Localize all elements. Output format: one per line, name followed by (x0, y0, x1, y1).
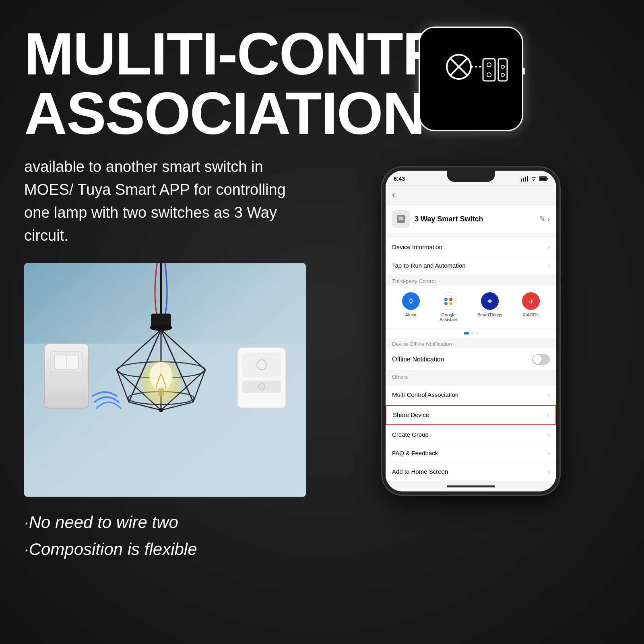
google-label: GoogleAssistant (440, 312, 458, 322)
svg-point-52 (410, 300, 412, 302)
menu-item-device-info[interactable]: Device Information › (386, 238, 556, 256)
svg-rect-43 (523, 178, 524, 182)
menu-item-multi-control[interactable]: Multi-Control Association › (386, 386, 556, 404)
svg-rect-36 (483, 59, 495, 81)
device-icon (392, 210, 410, 228)
back-button[interactable]: ‹ (392, 190, 395, 200)
offline-toggle[interactable] (532, 354, 550, 365)
svg-point-54 (444, 298, 448, 301)
status-time: 6:43 (394, 175, 405, 182)
switch-icon-box (419, 27, 523, 131)
bullet2: ·Composition is flexible (24, 536, 306, 563)
others-menu: Multi-Control Association › Share Device… (386, 386, 556, 481)
bullet1: ·No need to wire two (24, 509, 306, 536)
section-offline: Device Offline Notification (386, 338, 556, 349)
right-column: 6:43 (322, 27, 620, 563)
home-bar-area (386, 481, 556, 491)
alexa-icon (402, 292, 420, 310)
signal-icon (521, 176, 528, 182)
third-party-alexa[interactable]: Alexa (402, 292, 420, 322)
svg-rect-28 (242, 353, 281, 377)
edit-icon[interactable]: ✎ › (539, 215, 550, 223)
svg-rect-29 (242, 381, 281, 393)
lamp-image (24, 263, 306, 497)
svg-point-25 (150, 362, 172, 390)
phone-nav-bar: ‹ (386, 186, 556, 204)
svg-rect-45 (527, 176, 528, 182)
svg-rect-50 (398, 217, 403, 220)
phone-screen: ‹ 3 Way Smart Switch ✎ › (386, 186, 556, 481)
svg-rect-42 (521, 179, 522, 182)
third-party-xiaodu[interactable]: 小 XIAODU (522, 292, 540, 322)
dot-1 (464, 332, 469, 334)
chevron-icon: › (548, 469, 550, 475)
svg-rect-44 (525, 177, 526, 182)
chevron-icon: › (548, 392, 550, 398)
chevron-icon: › (548, 450, 550, 456)
carousel-dots (386, 329, 556, 338)
menu-item-home-screen[interactable]: Add to Home Screen › (386, 462, 556, 481)
smartthings-icon (481, 292, 499, 310)
svg-rect-47 (540, 178, 546, 180)
phone-mockup: 6:43 (382, 167, 559, 495)
offline-label: Offline Notification (392, 356, 444, 363)
offline-toggle-row: Offline Notification (386, 349, 556, 371)
device-header: 3 Way Smart Switch ✎ › (386, 204, 556, 234)
dot-3 (476, 332, 478, 334)
svg-rect-26 (158, 388, 164, 396)
svg-rect-4 (50, 376, 83, 388)
section-third-party: Third-party Control (386, 275, 556, 286)
svg-text:小: 小 (528, 299, 534, 304)
menu-item-share-device[interactable]: Share Device › (386, 405, 556, 425)
menu-item-create-group[interactable]: Create Group › (386, 425, 556, 444)
chevron-icon: › (548, 244, 550, 250)
svg-point-55 (449, 298, 452, 301)
xiaodu-label: XIAODU (522, 312, 539, 317)
status-icons (521, 176, 548, 182)
main-content: MULITI-CONTROL ASSOCIATION available to … (0, 0, 644, 563)
svg-point-40 (501, 65, 504, 68)
battery-icon (539, 176, 548, 181)
phone-notch (447, 171, 495, 182)
home-bar (447, 485, 495, 487)
smartthings-label: SmartThings (477, 312, 502, 317)
svg-point-56 (444, 302, 448, 305)
chevron-icon: › (548, 431, 550, 438)
third-party-grid: Alexa (386, 286, 556, 329)
alexa-label: Alexa (405, 312, 417, 317)
xiaodu-icon: 小 (522, 292, 540, 310)
bottom-bullets: ·No need to wire two ·Composition is fle… (24, 509, 306, 563)
third-party-smartthings[interactable]: SmartThings (477, 292, 502, 322)
subtitle-text: available to another smart switch in MOE… (24, 155, 306, 247)
menu-item-automation[interactable]: Tap-to-Run and Automation › (386, 256, 556, 275)
device-name: 3 Way Smart Switch (415, 215, 539, 223)
svg-point-38 (487, 73, 491, 77)
section-others: Others (386, 371, 556, 382)
chevron-icon: › (547, 412, 549, 418)
menu-item-faq[interactable]: FAQ & Feedback › (386, 444, 556, 462)
google-icon (440, 292, 457, 310)
dot-2 (471, 332, 474, 334)
svg-point-41 (501, 73, 504, 76)
svg-point-53 (443, 295, 454, 307)
third-party-google[interactable]: GoogleAssistant (440, 292, 458, 322)
svg-rect-48 (547, 178, 548, 180)
svg-rect-39 (498, 59, 507, 81)
svg-point-23 (159, 408, 163, 412)
svg-point-37 (487, 63, 491, 67)
chevron-icon: › (548, 262, 550, 269)
wifi-icon (530, 176, 537, 181)
menu-items: Device Information › Tap-to-Run and Auto… (386, 238, 556, 275)
svg-point-57 (449, 302, 452, 305)
